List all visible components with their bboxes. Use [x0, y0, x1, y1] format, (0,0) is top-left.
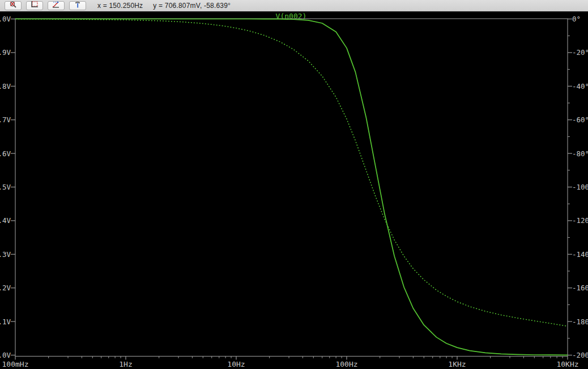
magnitude-trace[interactable] — [15, 19, 568, 355]
waveform-pane[interactable]: V(n002) 1.0V0.9V0.8V0.7V0.6V0.5V0.4V0.3V… — [0, 12, 588, 369]
left-axis-label: 0.6V — [0, 149, 11, 158]
right-axis-label: -180° — [572, 317, 588, 326]
phase-trace[interactable] — [15, 19, 568, 327]
zoom-extents-button[interactable] — [26, 1, 43, 10]
dashed-box-axes-icon — [30, 1, 39, 11]
left-axis-label: 0.4V — [0, 216, 11, 225]
waveform-plot[interactable]: 1.0V0.9V0.8V0.7V0.6V0.5V0.4V0.3V0.2V0.1V… — [0, 12, 588, 369]
zoom-area-button[interactable] — [5, 1, 22, 10]
left-axis-label: 0.7V — [0, 115, 11, 124]
left-axis-label: 0.5V — [0, 183, 11, 191]
right-axis-label: -160° — [572, 284, 588, 292]
left-axis-label: 0.2V — [0, 284, 11, 292]
left-axis-label: 0.8V — [0, 82, 11, 91]
x-axis-label: 100mHz — [2, 360, 29, 368]
control-panel-button[interactable] — [69, 1, 86, 10]
x-axis-label: 10Hz — [227, 360, 245, 368]
magnifier-red-x-icon — [8, 1, 18, 11]
left-axis-label: 0.3V — [0, 250, 11, 259]
right-axis-label: -40° — [572, 82, 588, 91]
plot-border — [15, 19, 568, 357]
cursor-readout: x = 150.250Hzy = 706.807mV, -58.639° — [97, 2, 241, 10]
x-axis-label: 10KHz — [556, 360, 578, 368]
left-axis-label: 0.0V — [0, 351, 11, 359]
waveform-autorange-icon — [52, 1, 61, 11]
right-axis-label: -80° — [572, 149, 588, 158]
cursor-y-value: y = 706.807mV, -58.639° — [153, 2, 231, 10]
left-axis-label: 0.9V — [0, 48, 11, 57]
right-axis-label: -20° — [572, 48, 588, 57]
autorange-y-button[interactable] — [48, 1, 65, 10]
x-axis-label: 1Hz — [119, 360, 132, 368]
right-axis-label: -60° — [572, 115, 588, 124]
x-axis-label: 1KHz — [448, 360, 466, 368]
x-axis-label: 100Hz — [335, 360, 357, 368]
cursor-x-value: x = 150.250Hz — [97, 2, 143, 10]
right-axis-label: -200° — [572, 351, 588, 359]
right-axis-label: 0° — [572, 15, 581, 23]
left-axis-label: 0.1V — [0, 317, 11, 326]
left-axis-label: 1.0V — [0, 15, 11, 23]
right-axis-label: -140° — [572, 250, 588, 259]
hammer-icon — [73, 1, 82, 11]
toolbar: x = 150.250Hzy = 706.807mV, -58.639° — [0, 0, 588, 12]
right-axis-label: -120° — [572, 216, 588, 225]
right-axis-label: -100° — [572, 183, 588, 191]
